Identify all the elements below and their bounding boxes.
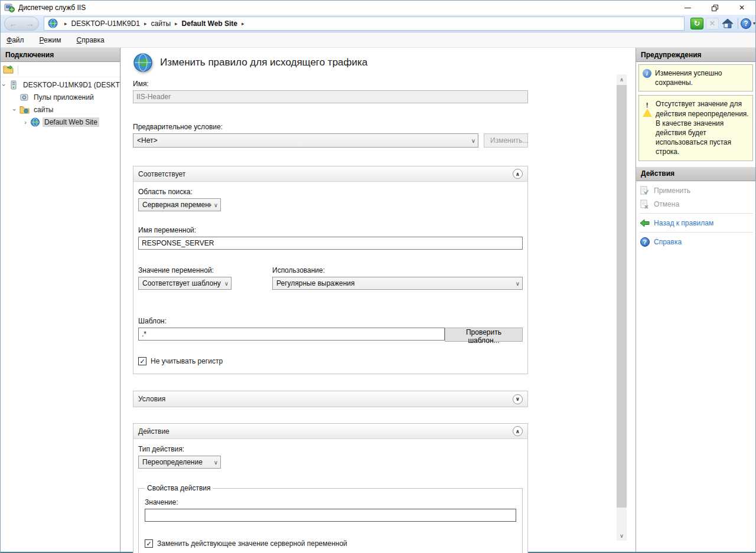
globe-icon xyxy=(48,18,58,28)
back-icon[interactable]: ← xyxy=(9,19,17,28)
help-label[interactable]: Справка xyxy=(654,238,682,246)
breadcrumb[interactable]: ▸ DESKTOP-U1MK9D1 ▸ сайты ▸ Default Web … xyxy=(44,17,685,31)
tree-item-app-pools-label: Пулы приложений xyxy=(32,93,96,102)
tree-expander-icon[interactable]: › xyxy=(1,81,8,89)
menu-help[interactable]: Справка xyxy=(77,36,105,44)
refresh-icon[interactable]: ↻ xyxy=(690,18,703,30)
action-section-header[interactable]: Действие ∧ xyxy=(133,424,527,439)
tree-item-sites-label: сайты xyxy=(32,105,56,114)
replace-checkbox-row[interactable]: ✓ Заменить действующее значение серверно… xyxy=(145,539,516,548)
checkbox-checked-icon[interactable]: ✓ xyxy=(145,539,153,548)
match-section-header[interactable]: Соответствует ∧ xyxy=(133,166,527,182)
tree-item-app-pools[interactable]: Пулы приложений xyxy=(1,91,120,103)
name-label: Имя: xyxy=(133,80,528,88)
chevron-down-icon: ∨ xyxy=(471,138,475,144)
apply-action: Применить xyxy=(640,185,755,197)
help-menu-caret-icon[interactable]: ▾ xyxy=(753,21,755,26)
close-icon: ✕ xyxy=(739,4,745,12)
action-type-select[interactable]: Переопределение ∨ xyxy=(138,456,221,469)
variable-name-label: Имя переменной: xyxy=(138,226,523,234)
warning-alert-text: Отсутствует значение для действия переоп… xyxy=(656,99,749,156)
expand-icon[interactable]: ∨ xyxy=(513,394,523,404)
ignore-case-checkbox-row[interactable]: ✓ Не учитывать регистр xyxy=(138,357,523,365)
scope-label: Область поиска: xyxy=(138,188,523,196)
info-icon: i xyxy=(643,69,651,78)
breadcrumb-separator-icon: ▸ xyxy=(175,21,178,27)
server-icon xyxy=(9,80,19,90)
app-pools-icon xyxy=(19,93,30,102)
toolbar-divider xyxy=(18,65,18,74)
breadcrumb-separator-icon: ▸ xyxy=(242,21,245,27)
action-properties-legend: Свойства действия xyxy=(145,484,213,492)
warning-alert: ! Отсутствует значение для действия пере… xyxy=(638,95,753,161)
address-toolbar: ↻ ✕ ? ▾ xyxy=(689,18,755,30)
replace-label: Заменить действующее значение серверной … xyxy=(157,539,347,548)
connections-header: Подключения xyxy=(1,48,120,62)
variable-value-select[interactable]: Соответствует шаблону ∨ xyxy=(138,277,232,290)
info-alert: i Изменения успешно сохранены. xyxy=(638,64,753,91)
tree-item-default-web-site[interactable]: › Default Web Site xyxy=(1,116,120,128)
page-header: Изменить правило для исходящего трафика xyxy=(133,53,528,73)
site-globe-icon xyxy=(30,117,40,127)
actions-panel: Предупреждения i Изменения успешно сохра… xyxy=(636,48,755,552)
tree-item-sites[interactable]: › сайты xyxy=(1,103,120,116)
navigation-buttons: ← → xyxy=(4,17,39,31)
rule-editor-panel: Изменить правило для исходящего трафика … xyxy=(121,48,636,552)
action-section: Действие ∧ Тип действия: Переопределение… xyxy=(133,423,528,553)
checkbox-checked-icon[interactable]: ✓ xyxy=(138,357,146,365)
breadcrumb-item-site[interactable]: Default Web Site xyxy=(182,19,237,28)
alerts-header: Предупреждения xyxy=(636,48,755,62)
conditions-section-header[interactable]: Условия ∨ xyxy=(133,391,527,407)
menu-file[interactable]: Файл xyxy=(6,36,24,44)
connections-toolbar xyxy=(1,62,120,77)
using-label: Использование: xyxy=(272,266,523,274)
pattern-input[interactable] xyxy=(138,328,445,341)
stop-icon: ✕ xyxy=(706,18,719,30)
breadcrumb-separator-icon: ▸ xyxy=(144,21,147,27)
restore-button[interactable] xyxy=(701,1,728,15)
forward-icon[interactable]: → xyxy=(26,19,34,28)
edit-precondition-button: Изменить... xyxy=(484,133,528,148)
apply-icon xyxy=(640,186,650,195)
match-section: Соответствует ∧ Область поиска: Серверна… xyxy=(133,166,528,374)
match-section-title: Соответствует xyxy=(138,170,513,178)
breadcrumb-item-sites[interactable]: сайты xyxy=(151,19,171,28)
breadcrumb-item-server[interactable]: DESKTOP-U1MK9D1 xyxy=(71,19,140,28)
address-bar: ← → ▸ DESKTOP-U1MK9D1 ▸ сайты ▸ Default … xyxy=(1,15,755,32)
connections-panel: Подключения › DE xyxy=(1,48,120,552)
action-properties-group: Свойства действия Значение: ✓ Заменить д… xyxy=(138,484,523,553)
page-title: Изменить правило для исходящего трафика xyxy=(160,57,367,68)
save-connection-icon[interactable] xyxy=(3,65,14,74)
variable-name-input[interactable] xyxy=(138,237,523,250)
tree-expander-icon[interactable]: › xyxy=(11,106,18,113)
scope-select[interactable]: Серверная переменн ∨ xyxy=(138,198,221,211)
back-arrow-icon xyxy=(640,218,650,228)
close-button[interactable]: ✕ xyxy=(728,1,755,15)
chevron-down-icon: ∨ xyxy=(516,280,520,287)
home-icon[interactable] xyxy=(721,18,734,30)
menu-bar: Файл Режим Справка xyxy=(1,32,755,48)
action-value-input[interactable] xyxy=(145,509,516,522)
vertical-scrollbar[interactable]: ∧ ∨ xyxy=(617,74,627,541)
scroll-up-icon[interactable]: ∧ xyxy=(617,74,627,84)
scrollbar-thumb[interactable] xyxy=(617,85,627,508)
precondition-select[interactable]: <Нет> ∨ xyxy=(133,133,478,148)
tree-item-server[interactable]: › DESKTOP-U1MK9D1 (DESKTOP xyxy=(1,78,120,91)
collapse-icon[interactable]: ∧ xyxy=(513,169,523,179)
collapse-icon[interactable]: ∧ xyxy=(513,426,523,436)
help-action[interactable]: ? Справка xyxy=(640,236,755,248)
conditions-section-title: Условия xyxy=(138,395,513,403)
tree-item-server-label: DESKTOP-U1MK9D1 (DESKTOP xyxy=(21,80,120,90)
back-to-rules-action[interactable]: Назад к правилам xyxy=(640,217,755,230)
scroll-down-icon[interactable]: ∨ xyxy=(617,531,627,541)
page-globe-icon xyxy=(133,53,153,73)
help-icon[interactable]: ? xyxy=(741,18,751,29)
tree-expander-icon[interactable]: › xyxy=(22,119,29,126)
breadcrumb-separator-icon: ▸ xyxy=(64,21,67,27)
back-to-rules-label[interactable]: Назад к правилам xyxy=(654,219,713,227)
using-select[interactable]: Регулярные выражения ∨ xyxy=(272,277,523,290)
minimize-button[interactable] xyxy=(674,1,701,15)
minimize-icon xyxy=(685,8,691,8)
test-pattern-button[interactable]: Проверить шаблон... xyxy=(445,328,523,342)
menu-view[interactable]: Режим xyxy=(40,36,61,44)
